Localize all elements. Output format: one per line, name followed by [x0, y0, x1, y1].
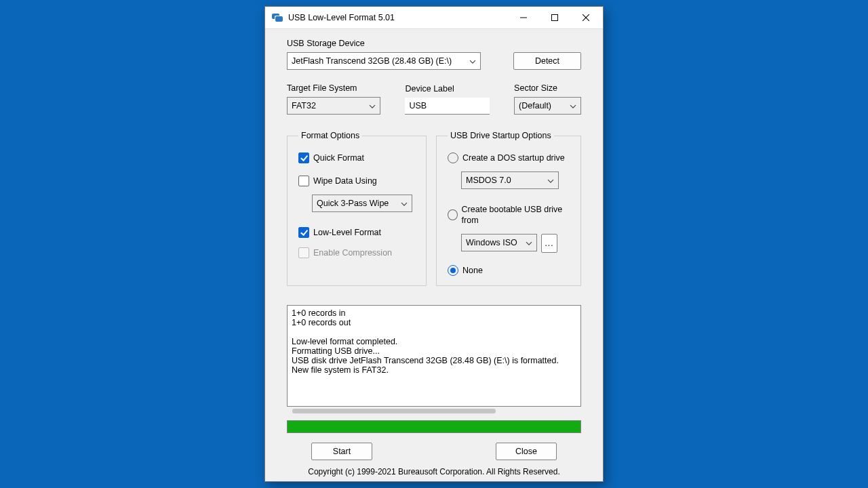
browse-iso-button[interactable]: ...: [541, 234, 557, 253]
close-button[interactable]: Close: [496, 443, 557, 460]
chevron-down-icon: [526, 241, 532, 245]
wipe-data-checkbox[interactable]: Wipe Data Using: [298, 176, 415, 186]
chevron-down-icon: [547, 179, 554, 183]
window-title: USB Low-Level Format 5.01: [288, 13, 395, 22]
log-scrollbar[interactable]: [287, 407, 581, 416]
client-area: USB Storage Device JetFlash Transcend 32…: [265, 29, 603, 482]
svg-rect-1: [552, 15, 558, 21]
device-section: USB Storage Device JetFlash Transcend 32…: [287, 39, 581, 70]
titlebar[interactable]: USB Low-Level Format 5.01: [265, 7, 603, 29]
chevron-down-icon: [401, 202, 408, 206]
dos-version-select[interactable]: MSDOS 7.0: [461, 171, 559, 189]
startup-options-group: USB Drive Startup Options Create a DOS s…: [436, 131, 581, 286]
sector-size-select[interactable]: (Default): [514, 97, 581, 115]
window-controls: [508, 7, 601, 28]
target-fs-label: Target File System: [287, 83, 380, 93]
chevron-down-icon: [469, 60, 476, 64]
wipe-method-select[interactable]: Quick 3-Pass Wipe: [312, 195, 412, 212]
device-label-input[interactable]: USB: [405, 98, 490, 115]
maximize-button[interactable]: [539, 7, 570, 28]
app-icon: [272, 14, 283, 22]
quick-format-checkbox[interactable]: Quick Format: [298, 152, 415, 163]
enable-compression-checkbox: Enable Compression: [298, 247, 415, 258]
device-label-field: Device Label USB: [405, 84, 490, 115]
sector-size-field: Sector Size (Default): [514, 83, 581, 115]
format-options-legend: Format Options: [298, 131, 362, 140]
device-label-label: Device Label: [405, 84, 490, 94]
progress-bar: [287, 420, 581, 433]
minimize-button[interactable]: [508, 7, 539, 28]
startup-none-radio[interactable]: None: [448, 265, 570, 276]
sector-size-label: Sector Size: [514, 83, 581, 93]
chevron-down-icon: [570, 104, 576, 108]
device-label: USB Storage Device: [287, 39, 581, 48]
target-fs-field: Target File System FAT32: [287, 83, 380, 115]
dos-startup-radio[interactable]: Create a DOS startup drive: [448, 152, 570, 163]
target-fs-select[interactable]: FAT32: [287, 97, 380, 115]
device-select-value: JetFlash Transcend 32GB (28.48 GB) (E:\): [292, 56, 452, 66]
device-select[interactable]: JetFlash Transcend 32GB (28.48 GB) (E:\): [287, 52, 481, 70]
detect-button[interactable]: Detect: [513, 52, 581, 70]
copyright-text: Copyright (c) 1999-2021 Bureausoft Corpo…: [287, 467, 581, 476]
start-button[interactable]: Start: [311, 443, 372, 460]
bootable-usb-radio[interactable]: Create bootable USB drive from: [448, 204, 570, 226]
app-window: USB Low-Level Format 5.01 USB Storage De…: [264, 6, 604, 482]
chevron-down-icon: [369, 104, 376, 108]
format-options-group: Format Options Quick Format Wipe Data Us…: [287, 131, 427, 286]
close-window-button[interactable]: [570, 7, 601, 28]
low-level-format-checkbox[interactable]: Low-Level Format: [298, 227, 415, 238]
log-output[interactable]: 1+0 records in 1+0 records out Low-level…: [287, 305, 581, 407]
iso-source-select[interactable]: Windows ISO: [461, 234, 537, 251]
startup-options-legend: USB Drive Startup Options: [448, 131, 554, 140]
